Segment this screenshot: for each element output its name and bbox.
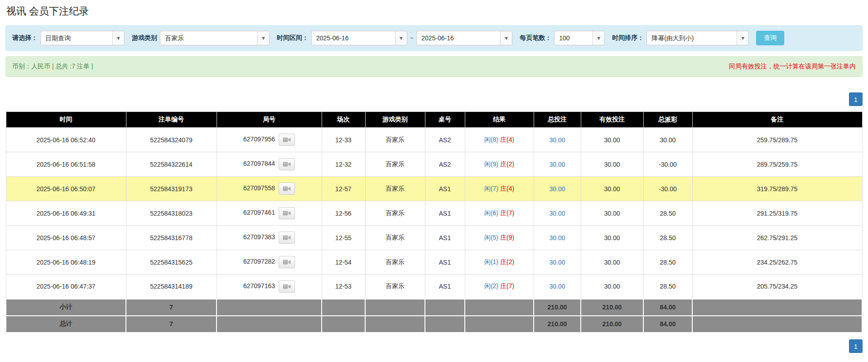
cell-note: 289.75/259.75 — [692, 152, 862, 177]
cell-result: 闲(8)庄(4) — [465, 128, 534, 152]
subtotal-total-bet: 210.00 — [534, 299, 581, 316]
cell-table-no: AS2 — [425, 128, 465, 152]
result-player: 闲(1) — [484, 258, 498, 265]
page-size-group: 每页笔数： 100 ▼ — [520, 31, 605, 45]
cell-round-no: 627097461 — [217, 201, 322, 226]
date-to-input[interactable]: 2025-06-16 ▼ — [416, 31, 512, 45]
pagination-top: 1 — [5, 92, 863, 106]
total-bet-link[interactable]: 30.00 — [549, 283, 565, 290]
chevron-down-icon[interactable]: ▼ — [737, 31, 748, 45]
cell-time: 2025-06-16 06:49:31 — [6, 201, 126, 226]
search-button[interactable]: 查询 — [756, 31, 784, 45]
result-player: 闲(8) — [484, 136, 498, 143]
video-camera-icon — [283, 284, 291, 290]
cell-valid-bet: 30.00 — [581, 201, 643, 226]
empty-cell — [365, 299, 425, 316]
time-sort-select[interactable]: 降幂(由大到小) ▼ — [646, 31, 749, 45]
cell-note: 205.75/234.25 — [692, 275, 862, 299]
video-replay-button[interactable] — [279, 158, 295, 170]
video-camera-icon — [283, 161, 291, 167]
chevron-down-icon[interactable]: ▼ — [395, 31, 407, 45]
cell-bet-id: 522584318023 — [126, 201, 217, 226]
subtotal-count: 7 — [126, 299, 217, 316]
game-category-select[interactable]: 百家乐 ▼ — [160, 31, 270, 45]
empty-cell — [365, 316, 425, 333]
total-bet-link[interactable]: 30.00 — [549, 259, 565, 266]
total-count: 7 — [126, 316, 217, 333]
empty-cell — [217, 316, 322, 333]
chevron-down-icon[interactable]: ▼ — [593, 31, 604, 45]
page-1-button[interactable]: 1 — [849, 92, 863, 106]
query-type-select[interactable]: 日期查询 ▼ — [40, 31, 125, 45]
cell-table-no: AS1 — [425, 177, 465, 201]
cell-game-category: 百家乐 — [365, 201, 425, 226]
total-row: 总计 7 210.00 210.00 84.00 — [6, 316, 862, 333]
cell-round-no: 627097282 — [217, 250, 322, 275]
cell-result: 闲(5)庄(9) — [465, 226, 534, 250]
cell-valid-bet: 30.00 — [581, 226, 643, 250]
result-banker: 庄(2) — [500, 258, 514, 265]
cell-time: 2025-06-16 06:47:37 — [6, 275, 126, 299]
page-size-select[interactable]: 100 ▼ — [554, 31, 605, 45]
video-replay-button[interactable] — [279, 134, 295, 146]
header-table-no: 桌号 — [425, 112, 465, 128]
video-replay-button[interactable] — [279, 280, 295, 293]
bets-table: 时间 注单编号 局号 场次 游戏类别 桌号 结果 总投注 有效投注 总派彩 备注… — [5, 111, 863, 333]
total-bet-link[interactable]: 30.00 — [549, 234, 565, 241]
cell-table-no: AS1 — [425, 275, 465, 299]
page-size-label: 每页笔数： — [520, 34, 551, 42]
cell-total-bet: 30.00 — [534, 152, 581, 177]
total-bet-link[interactable]: 30.00 — [549, 210, 565, 217]
page-1-button[interactable]: 1 — [849, 339, 863, 353]
cell-result: 闲(2)庄(7) — [465, 275, 534, 299]
cell-game-category: 百家乐 — [365, 275, 425, 299]
video-camera-icon — [283, 235, 291, 241]
game-category-label: 游戏类别 — [132, 34, 157, 42]
cell-table-no: AS1 — [425, 250, 465, 275]
date-from-input[interactable]: 2025-06-16 ▼ — [311, 31, 407, 45]
cell-result: 闲(1)庄(2) — [465, 250, 534, 275]
result-player: 闲(9) — [484, 160, 498, 168]
result-player: 闲(2) — [484, 282, 498, 290]
chevron-down-icon[interactable]: ▼ — [112, 31, 124, 45]
cell-note: 234.25/262.75 — [692, 250, 862, 275]
empty-cell — [425, 299, 465, 316]
total-bet-link[interactable]: 30.00 — [549, 136, 565, 144]
chevron-down-icon[interactable]: ▼ — [257, 31, 269, 45]
cell-result: 闲(6)庄(7) — [465, 201, 534, 226]
page-container: 视讯 会员下注纪录 请选择： 日期查询 ▼ 游戏类别 百家乐 ▼ 时间区间： 2… — [0, 0, 868, 360]
empty-cell — [465, 299, 534, 316]
total-bet-link[interactable]: 30.00 — [549, 161, 565, 168]
range-separator: ~ — [410, 34, 414, 42]
empty-cell — [322, 299, 365, 316]
video-replay-button[interactable] — [279, 183, 295, 195]
cell-total-bet: 30.00 — [534, 250, 581, 275]
round-number: 627097282 — [243, 258, 275, 265]
cell-bet-id: 522584322614 — [126, 152, 217, 177]
result-banker: 庄(7) — [500, 209, 514, 217]
header-bet-id: 注单编号 — [126, 112, 217, 128]
filter-bar: 请选择： 日期查询 ▼ 游戏类别 百家乐 ▼ 时间区间： 2025-06-16 … — [5, 25, 863, 51]
summary-totals-text: 币别：人民币 | 总共 :7 注单 | — [12, 63, 93, 71]
total-bet-link[interactable]: 30.00 — [549, 185, 565, 193]
table-row: 2025-06-16 06:52:40 522584324079 6270979… — [6, 128, 862, 152]
empty-cell — [692, 299, 862, 316]
chevron-down-icon[interactable]: ▼ — [500, 31, 512, 45]
video-replay-button[interactable] — [279, 207, 295, 219]
cell-payout: -30.00 — [643, 152, 692, 177]
empty-cell — [465, 316, 534, 333]
video-replay-button[interactable] — [279, 232, 295, 244]
header-time: 时间 — [6, 112, 126, 128]
summary-bar: 币别：人民币 | 总共 :7 注单 | 同局有效投注，统一计算在该局第一张注单内 — [5, 56, 863, 77]
table-row: 2025-06-16 06:48:57 522584316778 6270973… — [6, 226, 862, 250]
header-valid-bet: 有效投注 — [581, 112, 643, 128]
empty-cell — [322, 316, 365, 333]
query-type-value: 日期查询 — [41, 31, 112, 45]
cell-session: 12-53 — [322, 275, 365, 299]
cell-game-category: 百家乐 — [365, 226, 425, 250]
cell-session: 12-54 — [322, 250, 365, 275]
video-replay-button[interactable] — [279, 256, 295, 268]
total-payout: 84.00 — [643, 316, 692, 333]
table-row: 2025-06-16 06:50:07 522584319173 6270975… — [6, 177, 862, 201]
empty-cell — [217, 299, 322, 316]
